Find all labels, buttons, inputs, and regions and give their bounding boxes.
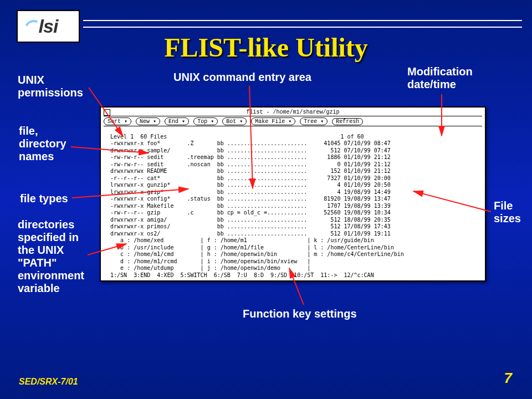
- terminal-title-bar: flist - /home/m1/sharew/gzip: [104, 109, 482, 116]
- header-rule-1: [83, 20, 522, 21]
- menu-new[interactable]: New ▾: [136, 117, 160, 125]
- menu-top[interactable]: Top ▾: [193, 117, 218, 125]
- ann-path-dirs: directories specified in the UNIX "PATH"…: [18, 218, 84, 295]
- header-rule-2: [83, 27, 522, 28]
- footer-code: SED/SRX-7/01: [19, 377, 78, 387]
- ann-file-sizes: File sizes: [494, 200, 521, 225]
- ann-unix-permissions: UNIX permissions: [18, 74, 83, 99]
- slide-title: FLIST-like Utility: [0, 32, 532, 63]
- menu-bot[interactable]: Bot ▾: [222, 117, 247, 125]
- menu-makefile[interactable]: Make File ▾: [251, 117, 295, 125]
- page-number: 7: [504, 370, 512, 387]
- ann-file-directory-names: file, directory names: [19, 125, 66, 163]
- ann-mod-time: Modification date/time: [407, 65, 473, 91]
- menu-end[interactable]: End ▾: [165, 117, 189, 125]
- menu-sort[interactable]: Sort ▾: [104, 117, 131, 125]
- terminal-menubar: Sort ▾ New ▾ End ▾ Top ▾ Bot ▾ Make File…: [104, 117, 482, 126]
- terminal-window: flist - /home/m1/sharew/gzip Sort ▾ New …: [100, 106, 486, 282]
- menu-tree[interactable]: Tree ▾: [300, 117, 328, 125]
- ann-file-types: file types: [20, 192, 68, 205]
- ann-fn-keys: Function key settings: [243, 308, 357, 320]
- ann-cmd-entry: UNIX command entry area: [173, 71, 311, 84]
- menu-refresh[interactable]: Refresh: [332, 118, 363, 125]
- terminal-body: Level 1 60 Files 1 of 60 -rwxrwxr-x foo*…: [104, 126, 482, 279]
